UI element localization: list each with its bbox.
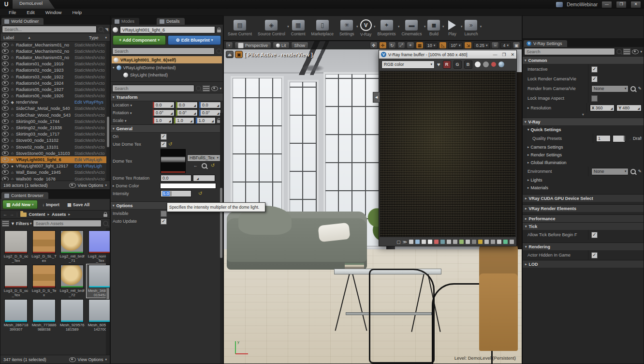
asset-item[interactable]: Mesh_773886988038: [30, 299, 58, 332]
drag-handle-icon[interactable]: [169, 111, 173, 115]
add-new-button[interactable]: ▥Add New▾: [2, 200, 38, 209]
grid-snap-value[interactable]: 10▾: [425, 42, 438, 49]
filter-icon[interactable]: ◥: [105, 27, 108, 32]
outliner-row[interactable]: ⌂Radiator_Mechanism03_noStaticMeshActo: [0, 54, 110, 61]
vfb-tool-icon[interactable]: [484, 240, 489, 244]
gray-balance-icon[interactable]: [483, 61, 489, 67]
drag-handle-icon[interactable]: [215, 103, 219, 107]
actor-label[interactable]: Stove00_node_13102: [16, 138, 73, 143]
quick-settings-label[interactable]: Quick Settings: [531, 127, 561, 132]
vfb-tool-icon[interactable]: [466, 240, 470, 244]
use-selected-icon[interactable]: ←: [193, 163, 198, 168]
vfb-tool-icon[interactable]: [472, 240, 476, 244]
outliner-row[interactable]: ⌂Walls00_node_1678StaticMeshActo: [0, 176, 110, 181]
forward-button[interactable]: →: [10, 212, 14, 217]
rotate-tool-button[interactable]: ↻: [388, 42, 396, 49]
actor-label[interactable]: Walls00_node_1678: [16, 177, 73, 181]
drag-handle-icon[interactable]: [210, 119, 214, 122]
visibility-eye-icon[interactable]: [2, 68, 9, 73]
actor-label[interactable]: Radiators06_node_1926: [16, 93, 73, 98]
toolbar-content-button[interactable]: ▦Content: [288, 16, 308, 40]
visibility-eye-icon[interactable]: [2, 125, 9, 130]
section-rendering[interactable]: ▾Rendering: [523, 243, 644, 250]
red-channel-button[interactable]: R: [443, 61, 451, 69]
actor-label[interactable]: Radiators02_node_1923: [16, 68, 73, 73]
channel-dropdown[interactable]: RGB color▾: [381, 61, 435, 69]
section-general[interactable]: ▾General: [111, 124, 223, 133]
drag-handle-icon[interactable]: [192, 103, 196, 107]
visibility-eye-icon[interactable]: [2, 106, 9, 111]
white-balance-icon[interactable]: [475, 61, 481, 67]
actor-label[interactable]: Radiator_Mechanism02_no: [16, 49, 73, 54]
details-scrollbar[interactable]: [220, 113, 223, 364]
dome-tex-dropdown[interactable]: HBFullS_Tex▾: [187, 154, 221, 162]
outliner-row[interactable]: ⌂Skirting02_node_21938StaticMeshActo: [0, 124, 110, 131]
section-vray-cuda-gpu-device-select[interactable]: ▸VRay CUDA GPU Device Select: [523, 194, 644, 202]
chevron-down-icon[interactable]: ▾: [480, 25, 482, 29]
vfb-tool-icon[interactable]: [409, 240, 413, 244]
outliner-row[interactable]: ⌂Radiators04_node_1924StaticMeshActo: [0, 80, 110, 86]
vfb-close-button[interactable]: ✕: [511, 52, 514, 57]
section-lod[interactable]: ▸LOD: [523, 260, 644, 268]
eyedropper-icon[interactable]: ✎: [638, 169, 642, 174]
transform-label[interactable]: Rotation ▾: [113, 110, 151, 115]
outliner-row[interactable]: ●VRayLight007_light_12917Edit VRayLigh: [0, 163, 110, 169]
vfb-tool-icon[interactable]: [428, 240, 432, 244]
sphere-icon[interactable]: [498, 61, 504, 67]
section-performance[interactable]: ▸Performance: [523, 214, 644, 222]
outliner-row[interactable]: ⌂StoveStone00_node_13103StaticMeshActo: [0, 150, 110, 156]
toolbar-cinematics-button[interactable]: ▬Cinematics▾: [398, 16, 424, 40]
vfb-expand-button[interactable]: ◀: [373, 92, 380, 103]
render-region-icon[interactable]: [491, 62, 496, 67]
outliner-row[interactable]: ⌂Radiators01_node_1919StaticMeshActo: [0, 61, 110, 67]
reset-icon[interactable]: ↺: [168, 142, 172, 147]
on-checkbox[interactable]: ✓: [161, 134, 167, 140]
drag-handle-icon[interactable]: [192, 111, 196, 115]
actor-label[interactable]: Radiators05_node_1927: [16, 87, 73, 92]
tab-content-browser[interactable]: Content Browser: [1, 192, 48, 199]
render-from-dropdown[interactable]: None▾: [591, 85, 629, 92]
outliner-row[interactable]: ⌂Radiator_Mechanism02_noStaticMeshActo: [0, 48, 110, 54]
component-row[interactable]: SkyLight (Inherited): [111, 71, 223, 78]
actor-label[interactable]: Wall_Base_node_1945: [16, 170, 73, 175]
section-transform[interactable]: ▾Transform: [111, 93, 223, 101]
vfb-tool-icon[interactable]: [497, 240, 501, 244]
actor-edit-link[interactable]: Edit VRayPhys: [74, 100, 108, 105]
drag-handle-icon[interactable]: [189, 119, 192, 122]
reset-icon[interactable]: ↺: [198, 191, 202, 196]
filters-button[interactable]: ▼Filters▾: [11, 221, 31, 226]
actor-label[interactable]: SideChair_Metal_node_540: [16, 106, 73, 111]
outliner-scrollbar[interactable]: [106, 42, 110, 181]
lock-icon[interactable]: [217, 30, 221, 32]
asset-item[interactable]: Log2_D_S_oc_Tex: [2, 230, 29, 263]
blue-channel-button[interactable]: B: [464, 61, 472, 69]
level-tab[interactable]: DemoLevel: [13, 0, 55, 9]
browse-icon[interactable]: [630, 169, 636, 174]
section-common[interactable]: ▾Common: [523, 56, 644, 64]
collapsed-section-render-settings[interactable]: ▸Render Settings: [523, 151, 644, 159]
breadcrumb-assets[interactable]: Assets: [52, 212, 66, 217]
actor-label[interactable]: SideChair_Wood_node_543: [16, 113, 73, 118]
vfb-tool-icon[interactable]: [440, 240, 445, 244]
render-image[interactable]: [380, 71, 516, 237]
asset-item[interactable]: Log3_D_S_Tex: [30, 264, 58, 298]
lock-aspect-checkbox[interactable]: ✓: [591, 95, 598, 102]
outliner-row[interactable]: ⌂Stove02_node_13101StaticMeshActo: [0, 144, 110, 150]
eject-pilot-button[interactable]: ⏏: [226, 51, 234, 58]
resolution-y-input[interactable]: Y480: [616, 105, 642, 111]
transform-value-input[interactable]: 0.0: [176, 102, 198, 108]
visibility-eye-icon[interactable]: [2, 177, 9, 181]
scale-snap-value[interactable]: 0.25▾: [473, 42, 490, 49]
perspective-button[interactable]: Perspective: [234, 42, 271, 49]
component-row[interactable]: ▾VRayLightDome (Inherited): [111, 64, 223, 71]
transform-value-input[interactable]: 1.0: [196, 117, 216, 124]
asset-thumbnail-gray[interactable]: [4, 265, 28, 288]
menu-item-edit[interactable]: Edit: [22, 10, 39, 15]
actor-label[interactable]: Skirting03_node_1717: [16, 132, 73, 136]
vfb-more-icon[interactable]: ≫: [403, 240, 407, 244]
edit-blueprint-button[interactable]: ⚙Edit Blueprint▾: [168, 35, 221, 45]
transform-label[interactable]: Location ▾: [113, 103, 151, 107]
dome-color-swatch[interactable]: [160, 183, 216, 189]
actor-label[interactable]: Radiator_Mechanism01_no: [16, 43, 73, 47]
close-button[interactable]: ✕: [630, 1, 641, 8]
